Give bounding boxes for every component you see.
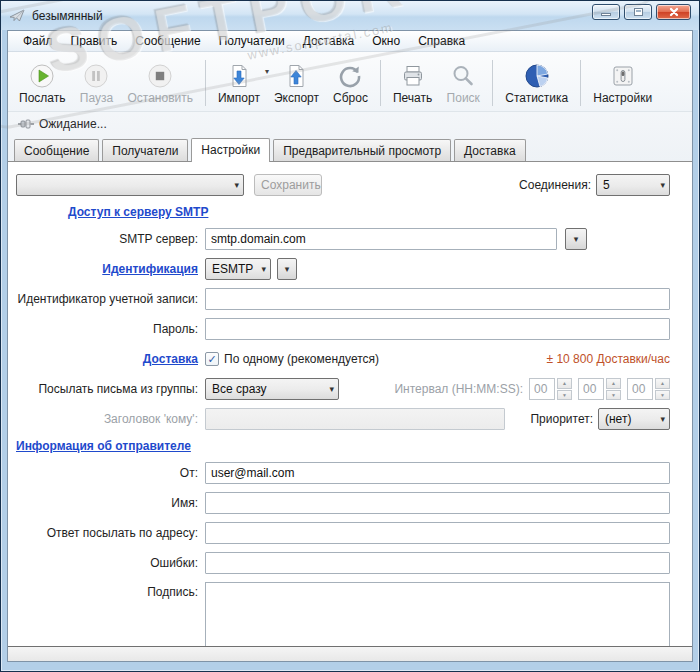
account-id-input[interactable] [205, 288, 670, 310]
identification-combobox[interactable]: ESMTP ▾ [205, 258, 271, 280]
stop-icon [146, 62, 174, 90]
one-by-one-label: По одному (рекомендуется) [224, 352, 379, 366]
reply-to-label: Ответ посылать по адресу: [16, 526, 200, 540]
tab-settings[interactable]: Настройки [191, 138, 270, 162]
tab-recipients[interactable]: Получатели [102, 139, 188, 161]
group-send-label: Посылать письма из группы: [16, 382, 200, 396]
delivery-rate-text: ± 10 800 Доставки/час [546, 352, 670, 366]
window-body: Файл Править Сообщение Получатели Достав… [7, 30, 693, 662]
errors-input[interactable] [205, 552, 670, 574]
delivery-status-row: Ожидание... [8, 112, 692, 136]
menu-edit[interactable]: Править [62, 32, 127, 50]
toolbar-separator [205, 60, 206, 106]
signature-textarea[interactable] [205, 582, 670, 646]
interval-minutes-spinner[interactable]: ▲ ▼ [606, 378, 621, 400]
spin-down-icon[interactable]: ▼ [655, 390, 670, 401]
tab-strip: Сообщение Получатели Настройки Предварит… [8, 136, 692, 162]
settings-panel: ▾ Сохранить Соединения: 5 ▾ Доступ к сер… [8, 162, 692, 646]
import-button[interactable]: ▾ Импорт [211, 59, 267, 107]
spin-up-icon[interactable]: ▲ [655, 378, 670, 389]
chevron-down-icon: ▾ [660, 414, 665, 424]
settings-icon [609, 62, 637, 90]
toolbar-separator [580, 60, 581, 106]
identification-options-button[interactable]: ▾ [277, 258, 297, 280]
name-input[interactable] [205, 492, 670, 514]
tab-preview[interactable]: Предварительный просмотр [273, 139, 451, 161]
search-button[interactable]: Поиск [439, 59, 487, 107]
minimize-button[interactable] [592, 4, 620, 20]
search-icon [449, 62, 477, 90]
reset-button[interactable]: Сброс [326, 59, 375, 107]
sender-info-section-link[interactable]: Информация об отправителе [16, 439, 191, 453]
maximize-button[interactable] [624, 4, 652, 20]
from-label: От: [16, 466, 200, 480]
smtp-server-input[interactable] [205, 228, 557, 250]
interval-label: Интервал (HH:MM:SS): [394, 382, 523, 396]
maximize-icon [634, 8, 643, 16]
save-button[interactable]: Сохранить [254, 174, 322, 196]
connections-label: Соединения: [519, 178, 591, 192]
send-button[interactable]: Послать [12, 59, 72, 107]
to-header-input[interactable] [205, 408, 505, 430]
check-icon: ✓ [207, 353, 216, 366]
menu-message[interactable]: Сообщение [126, 32, 209, 50]
errors-label: Ошибки: [16, 556, 200, 570]
window-title: безымянный [32, 9, 103, 23]
interval-minutes-input[interactable] [578, 378, 604, 400]
statistics-button[interactable]: Статистика [498, 59, 575, 107]
export-button[interactable]: Экспорт [267, 59, 326, 107]
minimize-icon [601, 13, 611, 16]
password-input[interactable] [205, 318, 670, 340]
status-text: Ожидание... [39, 117, 107, 131]
smtp-server-history-button[interactable]: ▾ [565, 228, 587, 250]
menu-window[interactable]: Окно [363, 32, 409, 50]
interval-seconds-input[interactable] [627, 378, 653, 400]
stop-button[interactable]: Остановить [120, 59, 200, 107]
identification-link[interactable]: Идентификация [102, 262, 198, 276]
toolbar: Послать Пауза Остановить [8, 52, 692, 112]
group-send-combobox[interactable]: Все сразу ▾ [205, 378, 339, 400]
spin-down-icon[interactable]: ▼ [557, 390, 572, 401]
settings-button[interactable]: Настройки [586, 59, 659, 107]
title-bar: безымянный [1, 1, 699, 30]
close-button[interactable] [656, 4, 691, 20]
interval-seconds-spinner[interactable]: ▲ ▼ [655, 378, 670, 400]
reset-icon [336, 62, 364, 90]
smtp-server-label: SMTP сервер: [16, 232, 200, 246]
signature-label: Подпись: [16, 582, 200, 599]
chevron-down-icon: ▾ [234, 180, 239, 190]
menu-delivery[interactable]: Доставка [294, 32, 364, 50]
chevron-down-icon: ▾ [329, 384, 334, 394]
status-bar [8, 646, 692, 661]
toolbar-separator [380, 60, 381, 106]
name-label: Имя: [16, 496, 200, 510]
tab-message[interactable]: Сообщение [14, 139, 99, 161]
one-by-one-checkbox[interactable]: ✓ [205, 352, 219, 366]
menu-bar: Файл Править Сообщение Получатели Достав… [8, 31, 692, 52]
print-button[interactable]: Печать [386, 59, 439, 107]
chevron-down-icon: ▾ [660, 180, 665, 190]
spin-up-icon[interactable]: ▲ [606, 378, 621, 389]
chevron-down-icon: ▾ [574, 234, 579, 244]
from-input[interactable] [205, 462, 670, 484]
delivery-section-link[interactable]: Доставка [143, 352, 198, 366]
menu-file[interactable]: Файл [14, 32, 62, 50]
preset-combobox[interactable]: ▾ [16, 174, 244, 196]
smtp-access-section-link[interactable]: Доступ к серверу SMTP [68, 205, 208, 219]
connections-combobox[interactable]: 5 ▾ [596, 174, 670, 196]
menu-recipients[interactable]: Получатели [210, 32, 294, 50]
menu-help[interactable]: Справка [409, 32, 474, 50]
priority-label: Приоритет: [530, 412, 593, 426]
app-window: SOFTPORTAL™ www.softportal.com безымянны… [0, 0, 700, 672]
chevron-down-icon: ▾ [261, 264, 266, 274]
reply-to-input[interactable] [205, 522, 670, 544]
chevron-down-icon: ▾ [285, 264, 290, 274]
spin-up-icon[interactable]: ▲ [557, 378, 572, 389]
priority-combobox[interactable]: (нет) ▾ [598, 408, 670, 430]
interval-hours-input[interactable] [529, 378, 555, 400]
pause-button[interactable]: Пауза [72, 59, 120, 107]
tab-delivery[interactable]: Доставка [454, 139, 526, 161]
spin-down-icon[interactable]: ▼ [606, 390, 621, 401]
interval-hours-spinner[interactable]: ▲ ▼ [557, 378, 572, 400]
pause-icon [82, 62, 110, 90]
